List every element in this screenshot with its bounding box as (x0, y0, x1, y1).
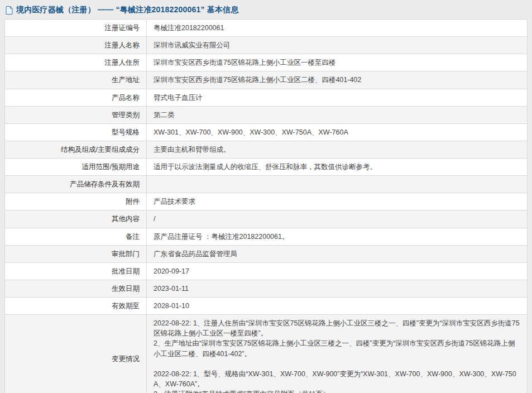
row-label: 生产地址 (5, 71, 147, 89)
row-label: 变更情况 (5, 315, 147, 393)
row-label: 生效日期 (5, 280, 147, 297)
table-row: 型号规格 XW-301、XW-700、XW-900、XW-300、XW-750A… (5, 123, 528, 141)
table-row: 注册人住所 深圳市宝安区西乡街道75区锦花路上侧小工业区一楼至四楼 (5, 54, 528, 71)
row-label: 产品名称 (5, 89, 147, 106)
row-value: 粤械注准20182200061 (147, 20, 528, 37)
table-row: 生产地址 深圳市宝安区西乡街道75区锦花路上侧小工业区二楼、四楼401-402 (5, 71, 528, 89)
registration-detail-page: 境内医疗器械（注册） —— “粤械注准20182200061” 基本信息 注册证… (0, 0, 532, 393)
table-row: 管理类别 第二类 (5, 106, 528, 123)
row-label: 注册人名称 (5, 37, 147, 54)
row-value: 深圳市讯威实业有限公司 (147, 37, 528, 54)
row-label: 型号规格 (5, 123, 147, 141)
row-value: 2028-01-10 (147, 298, 528, 315)
table-row: 注册人名称 深圳市讯威实业有限公司 (5, 37, 528, 54)
row-value: 深圳市宝安区西乡街道75区锦花路上侧小工业区二楼、四楼401-402 (147, 71, 528, 89)
row-value: 深圳市宝安区西乡街道75区锦花路上侧小工业区一楼至四楼 (147, 54, 528, 71)
row-value: 原产品注册证号 ：粤械注准20182200061。 (147, 228, 528, 245)
table-row: 产品储存条件及有效期 (5, 176, 528, 193)
row-label: 注册人住所 (5, 54, 147, 71)
page-title: 境内医疗器械（注册） —— “粤械注准20182200061” 基本信息 (16, 5, 239, 15)
row-value (147, 176, 528, 193)
page-header: 境内医疗器械（注册） —— “粤械注准20182200061” 基本信息 (0, 0, 532, 19)
row-label: 结构及组成/主要组成成分 (5, 141, 147, 158)
row-value: 适用于以示波法测量成人的收缩压、舒张压和脉率，其数值供诊断参考。 (147, 159, 528, 176)
row-label: 批准日期 (5, 262, 147, 280)
table-row: 有效期至 2028-01-10 (5, 298, 528, 315)
row-value: 第二类 (147, 106, 528, 123)
table-row: 适用范围/预期用途 适用于以示波法测量成人的收缩压、舒张压和脉率，其数值供诊断参… (5, 159, 528, 176)
row-label: 有效期至 (5, 298, 147, 315)
table-row: 结构及组成/主要组成成分 主要由主机和臂带组成。 (5, 141, 528, 158)
document-icon (6, 6, 13, 15)
registration-info-table: 注册证编号 粤械注准20182200061 注册人名称 深圳市讯威实业有限公司 … (4, 19, 528, 393)
table-row: 附件 产品技术要求 (5, 193, 528, 210)
row-value: 2020-09-17 (147, 262, 528, 280)
row-value: 产品技术要求 (147, 193, 528, 210)
row-label: 适用范围/预期用途 (5, 159, 147, 176)
row-value: 臂式电子血压计 (147, 89, 528, 106)
table-row: 审批部门 广东省食品药品监督管理局 (5, 245, 528, 262)
row-label: 其他内容 (5, 210, 147, 228)
row-label: 管理类别 (5, 106, 147, 123)
row-label: 附件 (5, 193, 147, 210)
row-value: XW-301、XW-700、XW-900、XW-300、XW-750A、XW-7… (147, 123, 528, 141)
row-label: 备注 (5, 228, 147, 245)
row-value: 广东省食品药品监督管理局 (147, 245, 528, 262)
table-row-change-history: 变更情况 2022-08-22: 1、注册人住所由“深圳市宝安区75区锦花路上侧… (5, 315, 528, 393)
row-label: 产品储存条件及有效期 (5, 176, 147, 193)
row-label: 注册证编号 (5, 20, 147, 37)
table-row: 批准日期 2020-09-17 (5, 262, 528, 280)
row-value: 主要由主机和臂带组成。 (147, 141, 528, 158)
row-label: 审批部门 (5, 245, 147, 262)
table-row: 产品名称 臂式电子血压计 (5, 89, 528, 106)
table-row: 注册证编号 粤械注准20182200061 (5, 20, 528, 37)
row-value: 2023-01-11 (147, 280, 528, 297)
row-value-change-history: 2022-08-22: 1、注册人住所由“深圳市宝安区75区锦花路上侧小工业区三… (147, 315, 528, 393)
table-row: 备注 原产品注册证号 ：粤械注准20182200061。 (5, 228, 528, 245)
table-row: 生效日期 2023-01-11 (5, 280, 528, 297)
table-row: 其他内容 / (5, 210, 528, 228)
row-value: / (147, 210, 528, 228)
